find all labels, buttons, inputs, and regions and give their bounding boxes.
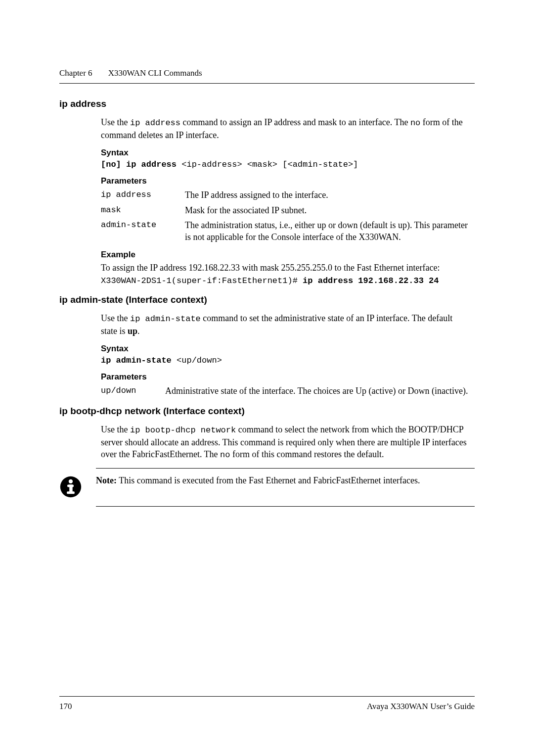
svg-rect-4 — [67, 492, 75, 494]
example-intro: To assign the IP address 192.168.22.33 w… — [101, 262, 470, 274]
page-number: 170 — [59, 702, 72, 711]
param-key: mask — [101, 204, 185, 216]
param-row: mask Mask for the associated IP subnet. — [101, 204, 470, 216]
param-desc: The IP address assigned to the interface… — [185, 189, 470, 201]
book-title: Avaya X330WAN User’s Guide — [367, 702, 475, 711]
header-rule — [59, 83, 475, 84]
param-desc: The administration status, i.e., either … — [185, 219, 470, 243]
syntax-heading: Syntax — [101, 344, 470, 354]
section-heading-ip-bootp-dhcp: ip bootp-dhcp network (Interface context… — [59, 406, 475, 417]
example-heading: Example — [101, 250, 470, 260]
param-desc: Administrative state of the interface. T… — [165, 385, 470, 397]
param-key: ip address — [101, 189, 185, 201]
param-row: up/down Administrative state of the inte… — [101, 385, 470, 397]
chapter-label: Chapter 6 — [59, 68, 92, 78]
page-footer: 170 Avaya X330WAN User’s Guide — [59, 696, 475, 711]
ip-bootp-dhcp-intro: Use the ip bootp-dhcp network command to… — [101, 424, 470, 461]
ip-admin-state-intro: Use the ip admin-state command to set th… — [101, 312, 470, 337]
example-code: X330WAN-2DS1-1(super-if:FastEthernet1)# … — [101, 276, 470, 285]
ip-address-intro: Use the ip address command to assign an … — [101, 116, 470, 141]
parameters-heading: Parameters — [101, 372, 470, 382]
param-desc: Mask for the associated IP subnet. — [185, 204, 470, 216]
note-text: Note: This command is executed from the … — [96, 474, 420, 486]
syntax-heading: Syntax — [101, 148, 470, 158]
param-key: admin-state — [101, 219, 185, 243]
section-heading-ip-address: ip address — [59, 98, 475, 109]
param-key: up/down — [101, 385, 165, 397]
running-header: Chapter 6 X330WAN CLI Commands — [59, 68, 475, 78]
info-icon — [59, 475, 82, 498]
syntax-line: ip admin-state <up/down> — [101, 356, 470, 365]
chapter-title: X330WAN CLI Commands — [108, 68, 202, 78]
svg-point-1 — [69, 479, 73, 483]
syntax-line: [no] ip address <ip-address> <mask> [<ad… — [101, 160, 470, 169]
note-rule-bottom — [96, 506, 475, 507]
parameters-heading: Parameters — [101, 176, 470, 186]
param-row: ip address The IP address assigned to th… — [101, 189, 470, 201]
param-row: admin-state The administration status, i… — [101, 219, 470, 243]
section-heading-ip-admin-state: ip admin-state (Interface context) — [59, 294, 475, 305]
note-rule-top — [96, 468, 475, 469]
